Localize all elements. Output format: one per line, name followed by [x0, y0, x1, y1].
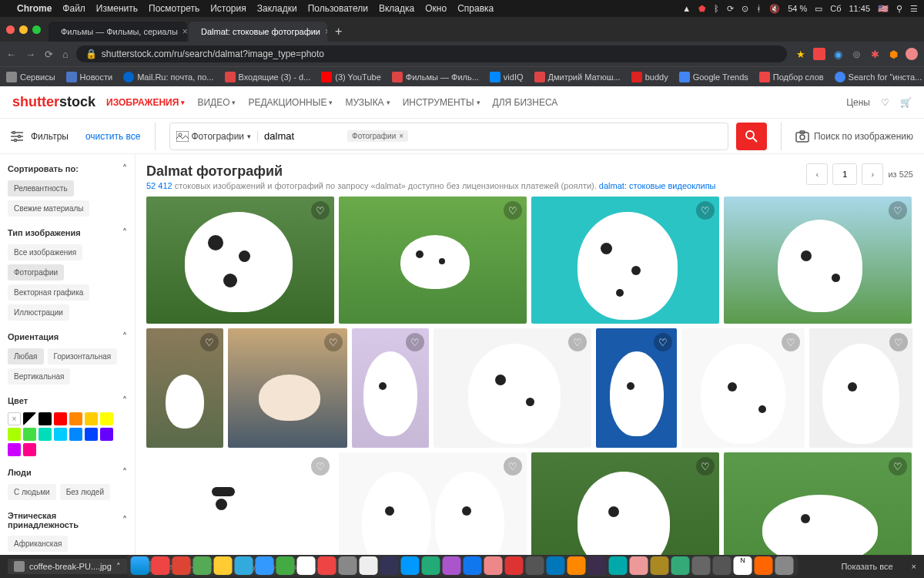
back-button[interactable]: ← — [6, 49, 16, 60]
nav-images[interactable]: ИЗОБРАЖЕНИЯ▾ — [106, 97, 185, 108]
nav-video[interactable]: ВИДЕО▾ — [197, 97, 236, 108]
ext-icon[interactable]: ⬢ — [887, 48, 899, 60]
home-button[interactable]: ⌂ — [62, 49, 69, 60]
ext-icon[interactable]: ✱ — [869, 48, 881, 60]
image-thumbnail[interactable]: ♡ — [339, 197, 527, 324]
close-icon[interactable]: × — [325, 26, 327, 37]
logo[interactable]: shutterstock — [12, 94, 95, 110]
color-swatch[interactable] — [85, 428, 98, 441]
image-thumbnail[interactable]: ♡ — [724, 452, 912, 555]
nav-music[interactable]: МУЗЫКА▾ — [345, 97, 390, 108]
menu-icon[interactable]: ☰ — [910, 4, 918, 14]
nav-prices[interactable]: Цены — [846, 97, 870, 108]
filter-option[interactable]: Векторная графика — [8, 284, 89, 301]
close-icon[interactable]: × — [182, 26, 187, 37]
filter-option[interactable]: Без людей — [60, 484, 110, 500]
heart-icon[interactable]: ♡ — [782, 333, 800, 351]
download-item[interactable]: coffee-break-PU....jpg˄ — [8, 559, 127, 574]
nav-business[interactable]: ДЛЯ БИЗНЕСА — [493, 97, 558, 108]
heart-icon[interactable]: ♡ — [311, 457, 330, 476]
search-input[interactable] — [264, 130, 341, 142]
filter-section-ethnic[interactable]: Этническая принадлежность˄ — [8, 511, 127, 529]
clear-filters-link[interactable]: очистить все — [85, 131, 141, 142]
filter-chip[interactable]: Фотографии× — [347, 130, 408, 142]
address-bar[interactable]: 🔒 shutterstock.com/ru/search/dalmat?imag… — [76, 45, 787, 62]
nav-tools[interactable]: ИНСТРУМЕНТЫ▾ — [403, 97, 480, 108]
image-thumbnail[interactable]: ♡ — [434, 328, 591, 448]
menu-tab[interactable]: Вкладка — [379, 3, 414, 14]
color-swatch[interactable] — [54, 428, 67, 441]
color-swatch[interactable] — [100, 412, 113, 425]
filter-option[interactable]: С людьми — [8, 484, 56, 500]
show-all-downloads[interactable]: Показать все — [841, 562, 892, 571]
ext-icon[interactable] — [813, 48, 825, 60]
image-thumbnail[interactable]: ♡ — [531, 452, 719, 555]
heart-icon[interactable]: ♡ — [696, 457, 715, 476]
browser-tab-active[interactable]: Dalmat: стоковые фотографии× — [189, 22, 327, 42]
heart-icon[interactable]: ♡ — [696, 201, 715, 220]
color-swatch-none[interactable]: × — [8, 412, 21, 425]
menu-users[interactable]: Пользователи — [308, 3, 368, 14]
nav-editorial[interactable]: РЕДАКЦИОННЫЕ▾ — [248, 97, 333, 108]
bookmark[interactable]: Дмитрий Матюш... — [534, 72, 621, 82]
macos-dock[interactable]: N — [126, 555, 798, 576]
window-controls[interactable] — [6, 25, 41, 34]
color-swatch[interactable] — [8, 428, 21, 441]
videos-link[interactable]: dalmat: стоковые видеоклипы — [599, 181, 716, 190]
heart-icon[interactable]: ♡ — [324, 333, 343, 351]
new-tab-button[interactable]: + — [329, 22, 348, 42]
bookmark[interactable]: Mail.Ru: почта, по... — [123, 72, 213, 82]
cart-icon[interactable]: 🛒 — [900, 97, 912, 108]
menu-history[interactable]: История — [210, 3, 246, 14]
menu-bookmarks[interactable]: Закладки — [257, 3, 297, 14]
profile-icon[interactable] — [906, 48, 918, 60]
app-name[interactable]: Chrome — [17, 3, 52, 14]
heart-icon[interactable]: ♡ — [311, 201, 330, 220]
filter-section-color[interactable]: Цвет˄ — [8, 395, 127, 406]
color-swatch[interactable] — [23, 443, 36, 456]
bookmark[interactable]: Search for "инста... — [835, 72, 922, 82]
image-thumbnail[interactable]: ♡ — [228, 328, 347, 448]
browser-tab[interactable]: Фильмы — Фильмы, сериалы× — [49, 22, 187, 42]
next-page-button[interactable]: › — [862, 163, 883, 185]
filter-section-sort[interactable]: Сортировать по:˄ — [8, 163, 127, 174]
bookmark[interactable]: buddy — [631, 72, 668, 82]
filter-section-people[interactable]: Люди˄ — [8, 467, 127, 478]
menu-window[interactable]: Окно — [425, 3, 447, 14]
image-thumbnail[interactable]: ♡ — [352, 328, 429, 448]
color-swatch[interactable] — [38, 428, 52, 441]
close-icon[interactable]: × — [912, 562, 916, 571]
filter-section-type[interactable]: Тип изображения˄ — [8, 227, 127, 238]
image-thumbnail[interactable]: ♡ — [724, 197, 912, 324]
page-input[interactable] — [832, 163, 857, 185]
filter-option[interactable]: Любая — [8, 348, 44, 365]
filter-option[interactable]: Все изображения — [8, 244, 82, 260]
forward-button[interactable]: → — [25, 49, 35, 60]
color-swatch[interactable] — [38, 412, 52, 425]
image-thumbnail[interactable]: ♡ — [809, 328, 912, 448]
search-box[interactable]: Фотографии▾ Фотографии× — [169, 123, 728, 150]
filter-option[interactable]: Вертикальная — [8, 368, 70, 385]
filters-icon[interactable] — [11, 131, 23, 142]
bookmark[interactable]: Входящие (3) - d... — [225, 72, 311, 82]
search-button[interactable] — [736, 123, 767, 150]
heart-icon[interactable]: ♡ — [889, 333, 908, 351]
bookmark[interactable]: Google Trends — [679, 72, 748, 82]
prev-page-button[interactable]: ‹ — [806, 163, 828, 185]
filters-toggle[interactable]: Фильтры — [31, 131, 69, 142]
color-swatch[interactable] — [100, 428, 113, 441]
image-thumbnail[interactable]: ♡ — [596, 328, 677, 448]
filter-option[interactable]: Свежие материалы — [8, 200, 89, 217]
image-thumbnail[interactable]: ♡ — [146, 452, 334, 555]
reload-button[interactable]: ⟳ — [45, 49, 53, 60]
heart-icon[interactable]: ♡ — [654, 333, 672, 351]
bookmark[interactable]: Сервисы — [6, 72, 55, 82]
filter-option[interactable]: Релевантность — [8, 180, 74, 197]
bookmark[interactable]: Фильмы — Филь... — [392, 72, 479, 82]
image-search-button[interactable]: Поиск по изображению — [795, 130, 913, 143]
filter-option[interactable]: Африканская — [8, 536, 68, 552]
heart-icon[interactable]: ♡ — [568, 333, 587, 351]
heart-icon[interactable]: ♡ — [889, 457, 907, 476]
color-swatch[interactable] — [85, 412, 98, 425]
filter-option[interactable]: Иллюстрации — [8, 304, 69, 321]
